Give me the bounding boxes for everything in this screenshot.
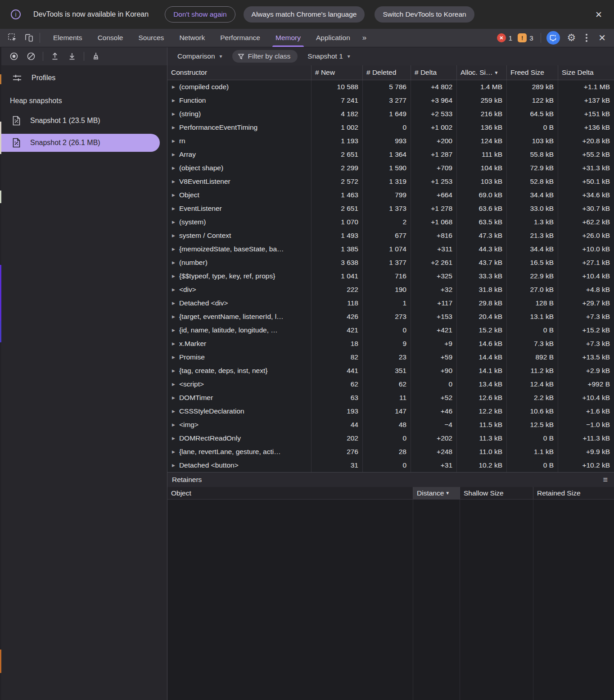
devtools-close-icon[interactable]: ✕ — [594, 32, 610, 43]
expand-triangle-icon[interactable]: ▶ — [172, 423, 175, 427]
retainers-column-header[interactable]: Retained Size — [533, 487, 614, 499]
expand-triangle-icon[interactable]: ▶ — [172, 287, 175, 292]
expand-triangle-icon[interactable]: ▶ — [172, 395, 175, 400]
issues-badge-icon[interactable]: ! — [518, 33, 527, 42]
ai-device-mode-icon[interactable] — [546, 31, 560, 45]
tab-performance[interactable]: Performance — [212, 29, 268, 47]
expand-triangle-icon[interactable]: ▶ — [172, 382, 175, 386]
table-row[interactable]: ▶Function7 2413 277+3 964259 kB122 kB+13… — [167, 94, 614, 107]
retainers-column-header[interactable]: Shallow Size — [460, 487, 533, 499]
column-header[interactable]: Size Delta — [558, 65, 614, 80]
table-row[interactable]: ▶system / Context1 493677+81647.3 kB21.3… — [167, 229, 614, 242]
expand-triangle-icon[interactable]: ▶ — [172, 166, 175, 170]
table-row[interactable]: ▶<div>222190+3231.8 kB27.0 kB+4.8 kB — [167, 283, 614, 296]
baseline-snapshot-dropdown[interactable]: Snapshot 1 ▾ — [304, 52, 353, 60]
tab-memory[interactable]: Memory — [268, 29, 308, 47]
expand-triangle-icon[interactable]: ▶ — [172, 98, 175, 103]
table-row[interactable]: ▶Promise8223+5914.4 kB892 B+13.5 kB — [167, 350, 614, 364]
table-row[interactable]: ▶<img>4448−411.5 kB12.5 kB−1.0 kB — [167, 418, 614, 432]
column-header[interactable]: # New — [311, 65, 362, 80]
table-row[interactable]: ▶<script>6262013.4 kB12.4 kB+992 B — [167, 377, 614, 391]
record-heap-snapshot-icon[interactable] — [6, 50, 22, 63]
expand-triangle-icon[interactable]: ▶ — [172, 355, 175, 359]
expand-triangle-icon[interactable]: ▶ — [172, 314, 175, 319]
save-profile-icon[interactable] — [64, 50, 80, 63]
expand-triangle-icon[interactable]: ▶ — [172, 233, 175, 238]
expand-triangle-icon[interactable]: ▶ — [172, 152, 175, 157]
expand-triangle-icon[interactable]: ▶ — [172, 206, 175, 211]
retainers-menu-icon[interactable]: ≡ — [601, 475, 609, 485]
column-header[interactable]: Alloc. Si…▼ — [456, 65, 506, 80]
expand-triangle-icon[interactable]: ▶ — [172, 247, 175, 251]
table-row[interactable]: ▶{$$typeof, type, key, ref, props}1 0417… — [167, 269, 614, 283]
more-tabs-icon[interactable]: » — [358, 29, 371, 47]
tab-application[interactable]: Application — [308, 29, 358, 47]
expand-triangle-icon[interactable]: ▶ — [172, 341, 175, 346]
expand-triangle-icon[interactable]: ▶ — [172, 193, 175, 197]
sidebar-item-snapshot-1[interactable]: Snapshot 1 (23.5 MB) — [0, 112, 167, 130]
table-row[interactable]: ▶x.Marker189+914.6 kB7.3 kB+7.3 kB — [167, 337, 614, 350]
infobar-close-icon[interactable]: ✕ — [591, 8, 606, 22]
class-filter-input[interactable]: Filter by class — [232, 50, 298, 63]
load-profile-icon[interactable] — [47, 50, 63, 63]
tab-sources[interactable]: Sources — [131, 29, 172, 47]
clear-profiles-icon[interactable] — [23, 50, 39, 63]
expand-triangle-icon[interactable]: ▶ — [172, 85, 175, 89]
table-row[interactable]: ▶Object1 463799+66469.0 kB34.4 kB+34.6 k… — [167, 188, 614, 202]
tab-console[interactable]: Console — [90, 29, 131, 47]
sidebar-item-snapshot-2[interactable]: Snapshot 2 (26.1 MB) — [0, 134, 167, 152]
expand-triangle-icon[interactable]: ▶ — [172, 301, 175, 305]
issue-count[interactable]: 3 — [529, 34, 533, 42]
table-row[interactable]: ▶{target, eventName, listenerId, l…42627… — [167, 310, 614, 323]
expand-triangle-icon[interactable]: ▶ — [172, 112, 175, 116]
expand-triangle-icon[interactable]: ▶ — [172, 368, 175, 373]
match-language-button[interactable]: Always match Chrome's language — [244, 6, 365, 23]
table-row[interactable]: ▶Array2 6511 364+1 287111 kB55.8 kB+55.2… — [167, 148, 614, 161]
dont-show-again-button[interactable]: Don't show again — [165, 6, 235, 23]
column-header[interactable]: Constructor — [167, 65, 311, 80]
expand-triangle-icon[interactable]: ▶ — [172, 409, 175, 414]
expand-triangle-icon[interactable]: ▶ — [172, 274, 175, 278]
more-options-icon[interactable] — [580, 34, 593, 42]
expand-triangle-icon[interactable]: ▶ — [172, 125, 175, 130]
expand-triangle-icon[interactable]: ▶ — [172, 179, 175, 184]
table-row[interactable]: ▶(number)3 6381 377+2 26143.7 kB16.5 kB+… — [167, 256, 614, 269]
table-row[interactable]: ▶Detached <div>1181+11729.8 kB128 B+29.7… — [167, 296, 614, 310]
expand-triangle-icon[interactable]: ▶ — [172, 450, 175, 454]
sidebar-item-profiles[interactable]: Profiles — [0, 68, 167, 88]
tab-network[interactable]: Network — [172, 29, 212, 47]
column-header[interactable]: # Deleted — [362, 65, 411, 80]
table-row[interactable]: ▶(string)4 1821 649+2 533216 kB64.5 kB+1… — [167, 107, 614, 121]
inspect-element-icon[interactable] — [5, 29, 21, 47]
table-row[interactable]: ▶{id, name, latitude, longitude, …4210+4… — [167, 323, 614, 337]
expand-triangle-icon[interactable]: ▶ — [172, 260, 175, 265]
expand-triangle-icon[interactable]: ▶ — [172, 220, 175, 224]
view-mode-dropdown[interactable]: Comparison ▾ — [174, 52, 226, 60]
expand-triangle-icon[interactable]: ▶ — [172, 328, 175, 332]
settings-gear-icon[interactable]: ⚙ — [564, 33, 580, 43]
table-row[interactable]: ▶(system)1 0702+1 06863.5 kB1.3 kB+62.2 … — [167, 215, 614, 229]
switch-korean-button[interactable]: Switch DevTools to Korean — [375, 6, 474, 23]
device-toolbar-icon[interactable] — [21, 29, 37, 47]
table-row[interactable]: ▶EventListener2 6511 373+1 27863.6 kB33.… — [167, 202, 614, 215]
error-badge-icon[interactable]: ✕ — [497, 33, 506, 42]
clean-garbage-icon[interactable] — [88, 50, 104, 63]
expand-triangle-icon[interactable]: ▶ — [172, 139, 175, 143]
table-row[interactable]: ▶PerformanceEventTiming1 0020+1 002136 k… — [167, 121, 614, 134]
column-header[interactable]: # Delta — [411, 65, 456, 80]
table-row[interactable]: ▶{memoizedState, baseState, ba…1 3851 07… — [167, 242, 614, 256]
expand-triangle-icon[interactable]: ▶ — [172, 436, 175, 441]
table-row[interactable]: ▶CSSStyleDeclaration193147+4612.2 kB10.6… — [167, 405, 614, 418]
error-count[interactable]: 1 — [509, 34, 512, 42]
retainers-column-header[interactable]: Object — [167, 487, 413, 499]
table-row[interactable]: ▶{lane, revertLane, gesture, acti…27628+… — [167, 445, 614, 459]
table-row[interactable]: ▶DOMTimer6311+5212.6 kB2.2 kB+10.4 kB — [167, 391, 614, 405]
table-row[interactable]: ▶V8EventListener2 5721 319+1 253103 kB52… — [167, 175, 614, 188]
table-row[interactable]: ▶DOMRectReadOnly2020+20211.3 kB0 B+11.3 … — [167, 432, 614, 445]
table-row[interactable]: ▶rn1 193993+200124 kB103 kB+20.8 kB — [167, 134, 614, 148]
table-row[interactable]: ▶{tag, create, deps, inst, next}441351+9… — [167, 364, 614, 377]
tab-elements[interactable]: Elements — [45, 29, 90, 47]
table-row[interactable]: ▶(compiled code)10 5885 786+4 8021.4 MB2… — [167, 80, 614, 94]
table-row[interactable]: ▶Detached <button>310+3110.2 kB0 B+10.2 … — [167, 459, 614, 472]
expand-triangle-icon[interactable]: ▶ — [172, 463, 175, 468]
